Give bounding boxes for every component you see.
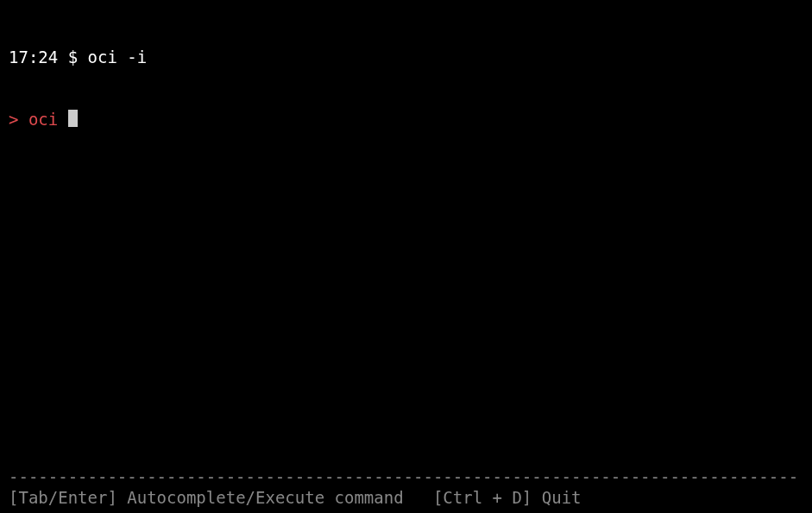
prompt-symbol: $ (68, 48, 78, 66)
hint-tab-enter-key: [Tab/Enter] (9, 488, 117, 507)
separator-line: ----------------------------------------… (9, 466, 803, 487)
terminal-output[interactable]: 17:24 $ oci -i > oci (9, 5, 803, 150)
hint-ctrl-d-key: [Ctrl + D] (433, 488, 532, 507)
prompt-time: 17:24 (9, 48, 58, 66)
repl-input-line[interactable]: > oci (9, 109, 803, 130)
repl-prompt: > (9, 110, 18, 129)
shell-prompt-line: 17:24 $ oci -i (9, 47, 803, 67)
executed-command: oci -i (88, 48, 148, 66)
cursor-icon (68, 110, 78, 127)
status-bar: ----------------------------------------… (9, 466, 803, 508)
hint-ctrl-d-desc: Quit (542, 488, 582, 507)
repl-input-text: oci (28, 110, 58, 129)
hint-tab-enter-desc: Autocomplete/Execute command (127, 488, 403, 507)
keybind-hints: [Tab/Enter] Autocomplete/Execute command… (9, 487, 803, 508)
